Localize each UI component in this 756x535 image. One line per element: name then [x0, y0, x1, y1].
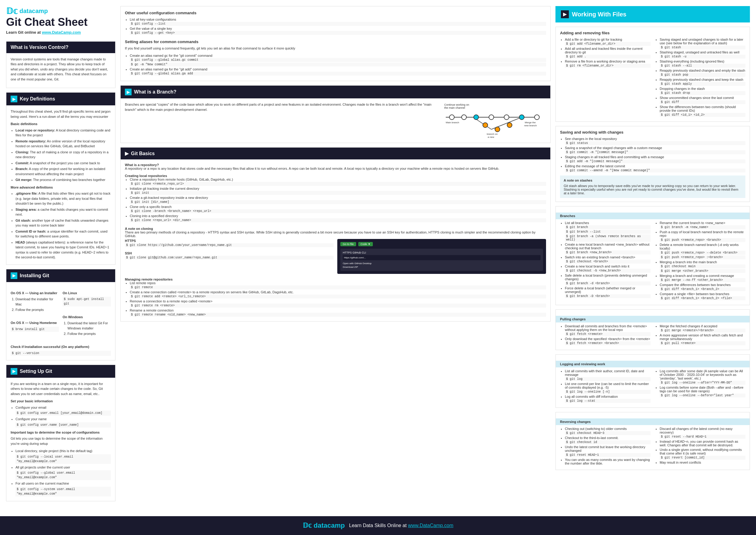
list-item: Push a copy of local branch named branch…: [660, 230, 745, 242]
list-item: Show uncommitted changes since the last …: [660, 96, 745, 104]
code-line: $ git merge <other_branch>: [660, 269, 745, 273]
setting-up-git-body: If you are working in a team on a single…: [6, 378, 115, 501]
basic-definitions-title: Basic definitions: [11, 122, 111, 127]
code-line: $ git diff: [660, 100, 745, 104]
creating-local-list: Clone a repository from remote hosts (Gi…: [130, 178, 546, 222]
branch-title: What is a Branch?: [134, 89, 176, 95]
saving-changes-list: See changes in the local repository $ gi…: [565, 137, 745, 173]
branches-right: Rename the current branch to <new_name> …: [655, 221, 745, 301]
svg-text:a new: a new: [488, 136, 494, 138]
code-line: $ git checkout id: [565, 440, 650, 444]
code-line: $ git remote: [130, 285, 546, 289]
aliases-intro: If you find yourself using a command fre…: [125, 46, 546, 50]
svg-point-9: [504, 115, 509, 120]
reversing-right-list: Discard all changes of the latest commit…: [660, 427, 745, 464]
list-item: Clone a repository from remote hosts (Gi…: [130, 178, 546, 186]
page: 𝔻𝕔 datacamp Git Cheat Sheet Learn Git on…: [0, 0, 756, 535]
list-item: List all commits with their author, comm…: [565, 369, 650, 381]
ssh-title: SSH: [125, 251, 334, 255]
svg-point-8: [489, 115, 494, 120]
key-definitions-body: Throughout this cheat sheet, you'll find…: [6, 105, 115, 265]
check-install-title: Check if Installation successful (On any…: [11, 344, 111, 350]
code-line: $ git fetch <remote> <branch>: [565, 341, 650, 345]
branches-subheader: Branches: [556, 212, 750, 219]
working-files-title: Working With Files: [572, 11, 626, 18]
code-line: $ git commit --amend -m "[New commit mes…: [565, 169, 745, 173]
footer-link[interactable]: www.DataCamp.com: [408, 523, 453, 528]
svg-point-7: [474, 115, 479, 120]
linux-code: $ sudo apt-get install git: [63, 296, 111, 306]
key-definitions-section: ▶ Key Definitions Throughout this cheat …: [6, 92, 115, 265]
logo-name: datacamp: [19, 8, 48, 14]
code-line: $ git branch -d <branch>: [565, 281, 650, 285]
code-line: $ git config --global user.email "my_ema…: [15, 470, 111, 480]
code-line: $ git pull <remote>: [660, 341, 745, 345]
git-basics-section: ▶ Git Basics What is a repository? A rep…: [120, 147, 551, 322]
code-line: $ git remote rename <old_name> <new_name…: [130, 313, 546, 317]
code-line: $ git reset HEAD~1: [565, 453, 650, 457]
version-control-header: What is Version Control?: [6, 42, 115, 53]
installing-git-section: ▶ Installing Git On OS X — Using an Inst…: [6, 269, 115, 360]
code-line: $ git stash apply: [660, 82, 745, 86]
code-line: $ git add -m "[commit message]": [565, 159, 745, 163]
list-item: Log commits before some date (Both --aft…: [660, 386, 745, 397]
code-line: $ git config --system user.email "my_ema…: [15, 487, 111, 496]
svg-point-5: [449, 115, 454, 120]
code-line: $ git config user.email [your_email@doma…: [15, 410, 111, 416]
osx-homebrew-code: $ brew install git: [11, 327, 59, 332]
aliases-title: Setting aliases for common commands: [125, 40, 546, 44]
list-item: Follow the prompts: [68, 331, 111, 336]
reversing-right: Discard all changes of the latest commit…: [655, 427, 745, 466]
list-item: A more aggressive version of fetch which…: [660, 333, 745, 345]
osx-installer-col: On OS X — Using an Installer Download th…: [11, 288, 59, 337]
version-control-body: Version control systems are tools that m…: [6, 53, 115, 88]
linux-windows-col: On Linux $ sudo apt-get install git On W…: [63, 288, 111, 337]
list-item: Compare the differences between two bran…: [660, 283, 745, 291]
list-item: Staging changes in all tracked files and…: [565, 155, 745, 163]
setting-up-git-title: Setting Up Git: [20, 369, 52, 374]
scope-list: Local directory, single project (this is…: [15, 448, 111, 496]
working-files-header: ▶ Working With Files: [556, 6, 750, 22]
list-item: .gitignore file: A file that lists other…: [15, 191, 111, 206]
scope-intro: Git lets you use tags to determine the s…: [11, 436, 111, 446]
footer: 𝔻𝕔 datacamp Learn Data Skills Online at …: [0, 516, 756, 535]
code-line: $ git merge <remote>/<branch>: [660, 328, 745, 332]
list-item: May result in revert conflicts: [660, 461, 745, 464]
clone-grid: HTTPS $ git clone https://github.com/you…: [125, 239, 546, 274]
windows-steps: Download the latest Git For Windows inst…: [68, 321, 111, 336]
list-item: Remove a connection to a remote repo cal…: [130, 299, 546, 308]
svg-point-14: [507, 123, 512, 127]
code-line: $ git push <remote_repo> :<branch>: [660, 255, 745, 259]
logo-area: 𝔻𝕔 datacamp Git Cheat Sheet Learn Git on…: [6, 6, 115, 37]
list-item: Checkout to the third-to-last commit. $ …: [565, 436, 650, 444]
version-control-section: What is Version Control? Version control…: [6, 41, 115, 88]
code-line: $ git checkout -b <new_branch>: [565, 269, 650, 273]
list-item: For all users on the current machine $ g…: [15, 481, 111, 496]
config-list: List all key-value configurations $ git …: [130, 17, 546, 35]
code-line: $ git log --oneline [-n]: [565, 390, 650, 394]
logging-right: Log commits after some date (A sample va…: [655, 369, 745, 404]
logging-left-list: List all commits with their author, comm…: [565, 369, 650, 403]
saving-changes-section: Saving and working with changes See chan…: [556, 126, 750, 202]
reversing-content: Checking out (switching to) older commit…: [560, 427, 745, 466]
list-item: Show the differences between two commits…: [660, 105, 745, 117]
svg-point-12: [483, 123, 488, 127]
svg-text:Merge the: Merge the: [525, 121, 536, 124]
list-item: Git stash: another type of cache that ho…: [15, 218, 111, 228]
code-line: $ git remote rm <remote>: [130, 304, 546, 308]
adding-removing-section: Adding and removing files Add a file or …: [556, 27, 750, 122]
list-item: Commit ID or hash: a unique identifier f…: [15, 229, 111, 239]
list-item: Instead of HEAD~n, you can provide commi…: [660, 440, 745, 447]
code-line: $ git push <remote_repo> <branch>: [660, 238, 745, 242]
list-item: HEAD (always capitalised letters): a ref…: [15, 240, 111, 260]
cloning-note-text: There are two primary methods of cloning…: [125, 231, 546, 238]
list-item: Branch: A copy of the project used for w…: [15, 166, 111, 176]
key-definitions-header: ▶ Key Definitions: [6, 93, 115, 105]
code-line: $ git checkout <branch>: [565, 260, 650, 264]
adding-right-list: Saving staged and unstaged changes to st…: [660, 38, 745, 117]
code-line: $ git push <remote_repo> --delete <branc…: [660, 251, 745, 255]
middle-column: Other useful configuration commands List…: [120, 6, 551, 510]
basic-definitions-list: Local repo or repository: A local direct…: [15, 128, 111, 183]
clone-url: https://github.com/...: [343, 255, 541, 260]
svg-point-11: [534, 115, 539, 120]
